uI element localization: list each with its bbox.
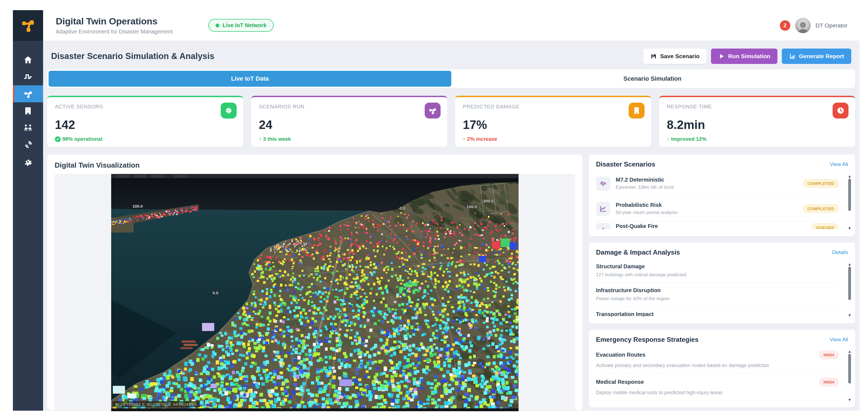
response-row-evacuation-routes[interactable]: Evacuation RoutesHIGH Activate primary a… [596,346,839,374]
sidebar-item-buildings[interactable] [13,102,43,119]
satellite-dish-icon [23,140,33,150]
digital-twin-visualization-card: Digital Twin Visualization 100.00.0100.0… [47,155,583,410]
scroll-up-arrow[interactable]: ▲ [848,174,851,178]
save-scenario-button[interactable]: Save Scenario [643,49,707,64]
avatar[interactable] [795,18,811,33]
network-nodes-icon [23,89,33,98]
app-window: Digital Twin Operations Adaptive Environ… [13,10,860,411]
clock-icon [833,103,848,119]
damage-impact-panel: Damage & Impact Analysis Details Structu… [589,243,855,323]
check-icon: ✔ [55,136,61,142]
main-content: Disaster Scenario Simulation & Analysis … [43,41,860,411]
arrow-up-icon: ↑ [463,136,466,142]
mode-tabbar: Live IoT Data Scenario Simulation [47,69,855,88]
scroll-down-arrow[interactable]: ▼ [848,313,851,317]
settings-gear-icon [23,157,33,166]
scrollbar: ▲ ▼ [847,262,852,317]
app-logo[interactable] [13,10,43,41]
visualization-title: Digital Twin Visualization [55,161,575,169]
run-simulation-button[interactable]: Run Simulation [711,49,777,64]
response-row-medical-response[interactable]: Medical ResponseHIGH Deploy mobile medic… [596,374,839,400]
live-status-dot [216,24,219,27]
damage-row-transportation: Transportation Impact [596,307,839,317]
sidebar-item-response-teams[interactable] [13,119,43,136]
digital-twin-3d-map[interactable] [111,174,519,411]
stat-value: 8.2min [667,118,847,132]
notification-badge[interactable]: 2 [780,20,790,31]
scroll-thumb[interactable] [848,267,851,300]
damage-title: Transportation Impact [596,311,839,317]
status-badge: COMPLETED [803,179,839,188]
live-badge-label: Live IoT Network [223,22,267,29]
scenario-row-m72-deterministic[interactable]: M7.2 DeterministicEpicenter: 10km NE of … [596,171,839,196]
team-icon [23,123,33,132]
sidebar-item-sensors[interactable] [13,136,43,153]
arrow-down-icon: ↓ [667,136,670,142]
scroll-thumb[interactable] [848,354,851,384]
pulse-wave-icon [596,176,610,191]
status-badge: COMPLETED [803,204,839,213]
stat-card-active-sensors: ACTIVE SENSORS 142 ✔98% operational [47,96,243,147]
building-icon [629,103,645,119]
stat-label: SCENARIOS RUN [259,104,439,110]
scenario-row-post-quake-fire[interactable]: Post-Quake Fire QUEUED [596,221,839,229]
strategy-subtitle: Deploy mobile medical units to predicted… [596,390,839,396]
sidebar-item-activity[interactable] [13,68,43,85]
map-viewport: 100.00.0100.0200.00.0 X: 29.789857 Y: 40… [111,174,519,411]
details-link[interactable]: Details [832,249,848,255]
microchip-icon [221,103,237,119]
emergency-response-panel: Emergency Response Strategies View All E… [589,330,855,408]
strategy-subtitle: Activate primary and secondary evacuatio… [596,363,839,368]
play-icon [718,53,725,60]
trend-chart-icon [596,202,610,216]
arrow-up-icon: ↑ [259,136,261,142]
scroll-up-arrow[interactable]: ▲ [848,262,851,266]
stat-card-predicted-damage: PREDICTED DAMAGE 17% ↑2% increase [455,96,651,147]
visualization-stage: 100.00.0100.0200.00.0 X: 29.789857 Y: 40… [55,174,575,411]
damage-title: Structural Damage [596,263,839,270]
scroll-up-arrow[interactable]: ▲ [848,350,851,353]
stat-label: RESPONSE TIME [667,104,847,110]
damage-list: Structural Damage 127 buildings with cri… [596,259,848,317]
strategy-title: Medical Response [596,379,644,385]
sidebar-item-digital-twin[interactable] [13,85,43,102]
tab-scenario-simulation[interactable]: Scenario Simulation [451,71,854,87]
network-nodes-icon [425,103,441,119]
sidebar-item-home[interactable] [13,51,43,68]
scrollbar: ▲ ▼ [847,350,852,401]
view-all-link[interactable]: View All [830,336,848,343]
view-all-link[interactable]: View All [830,161,848,167]
scroll-down-arrow[interactable]: ▼ [848,226,851,230]
scenario-title: Post-Quake Fire [616,223,658,229]
stat-label: PREDICTED DAMAGE [463,104,644,110]
tab-live-iot-data[interactable]: Live IoT Data [49,71,451,87]
scrollbar: ▲ ▼ [847,174,852,230]
status-badge: QUEUED [811,223,839,229]
stat-value: 24 [259,118,439,132]
run-simulation-label: Run Simulation [728,53,770,60]
strategy-title: Evacuation Routes [596,352,645,358]
scroll-down-arrow[interactable]: ▼ [848,398,851,401]
sidebar-item-settings[interactable] [13,153,43,170]
network-nodes-icon [21,19,35,33]
damage-row-infrastructure: Infrastructure Disruption Power outage f… [596,283,839,307]
damage-subtitle: 127 buildings with critical damage predi… [596,272,839,278]
sidebar [13,10,43,411]
save-icon [650,53,657,60]
app-header: Digital Twin Operations Adaptive Environ… [43,10,860,41]
report-chart-icon [789,53,796,60]
user-name[interactable]: DT Operator [815,22,847,29]
response-list: Evacuation RoutesHIGH Activate primary a… [596,346,848,400]
stat-delta: ↑2% increase [463,136,644,142]
scenario-row-probabilistic-risk[interactable]: Probabilistic Risk50-year return period … [596,196,839,221]
stat-delta: ↓Improved 12% [667,136,847,142]
person-silhouette-icon [795,19,811,33]
panel-title: Disaster Scenarios [596,160,655,168]
activity-wave-icon [23,72,33,82]
generate-report-button[interactable]: Generate Report [782,49,851,64]
stat-label: ACTIVE SENSORS [55,104,236,110]
scenario-title: M7.2 Deterministic [616,177,674,183]
stat-value: 17% [463,118,644,132]
damage-title: Infrastructure Disruption [596,287,839,294]
scroll-thumb[interactable] [848,179,851,211]
